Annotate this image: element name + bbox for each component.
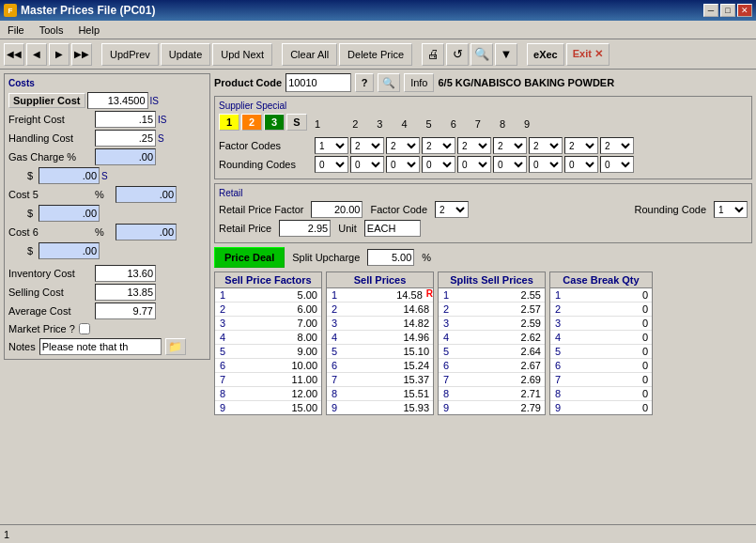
menu-file[interactable]: File <box>4 23 28 37</box>
exec-button[interactable]: eXec <box>527 43 564 66</box>
cost5-pct-input[interactable] <box>116 186 177 203</box>
supplier-cost-input[interactable] <box>87 92 148 109</box>
search-button[interactable]: 🔍 <box>471 43 493 66</box>
menu-tools[interactable]: Tools <box>36 23 68 37</box>
supplier-tab-2[interactable]: 2 <box>241 114 262 131</box>
gas-charge-pct-input[interactable] <box>95 148 156 165</box>
rounding-code-select[interactable]: 1 <box>714 201 748 218</box>
inventory-cost-input[interactable] <box>95 265 156 282</box>
nav-first-button[interactable]: ◀◀ <box>4 43 24 66</box>
supplier-cost-tag: IS <box>150 96 169 106</box>
rounding-code-7[interactable]: 0 <box>529 156 563 173</box>
rounding-code-5[interactable]: 0 <box>457 156 491 173</box>
sell-price-factors-table: Sell Price Factors 15.0026.0037.0048.005… <box>214 272 322 415</box>
market-price-checkbox[interactable] <box>79 323 90 334</box>
rounding-code-6[interactable]: 0 <box>493 156 527 173</box>
rounding-code-1[interactable]: 0 <box>315 156 348 173</box>
inventory-cost-label: Inventory Cost <box>8 268 93 279</box>
rounding-code-8[interactable]: 0 <box>564 156 598 173</box>
table-row: 40 <box>550 331 652 345</box>
minimize-button[interactable]: ─ <box>703 4 718 17</box>
notes-folder-button[interactable]: 📁 <box>165 338 186 355</box>
dropdown-button[interactable]: ▼ <box>495 43 517 66</box>
table-row: 915.93 <box>327 401 433 414</box>
factor-code-9[interactable]: 2 <box>600 137 634 154</box>
close-button[interactable]: ✕ <box>737 4 752 17</box>
table-row: 815.51 <box>327 387 433 401</box>
help-button[interactable]: ? <box>355 73 374 92</box>
factor-code-4[interactable]: 2 <box>422 137 455 154</box>
cost6-pct-input[interactable] <box>116 224 177 240</box>
handling-cost-input[interactable] <box>95 130 156 147</box>
handling-cost-label: Handling Cost <box>8 132 93 144</box>
undo-button[interactable]: ↺ <box>446 43 469 66</box>
factor-code-8[interactable]: 2 <box>564 137 598 154</box>
clear-all-button[interactable]: Clear All <box>282 43 337 66</box>
average-cost-input[interactable] <box>95 303 156 319</box>
cost6-dollar-input[interactable] <box>39 242 100 259</box>
table-row: 12.55 <box>439 288 545 303</box>
notes-label: Notes <box>8 341 36 352</box>
factor-code-2[interactable]: 2 <box>350 137 384 154</box>
splits-sell-prices-table: Splits Sell Prices 12.5522.5732.5942.625… <box>438 272 546 415</box>
cost5-row: Cost 5 % <box>8 186 206 203</box>
rounding-code-2[interactable]: 0 <box>350 156 384 173</box>
selling-cost-label: Selling Cost <box>8 287 93 298</box>
table-row: 48.00 <box>215 331 321 345</box>
supplier-tab-s[interactable]: S <box>286 114 307 131</box>
table-row: 80 <box>550 387 652 401</box>
nav-prev-button[interactable]: ◀ <box>26 43 47 66</box>
gas-charge-dollar-row: $ S <box>8 167 206 184</box>
rounding-code-9[interactable]: 0 <box>600 156 634 173</box>
exit-button[interactable]: Exit ✕ <box>566 43 609 66</box>
retail-price-factor-row: Retail Price Factor Factor Code 2 Roundi… <box>219 201 748 218</box>
split-upcharge-input[interactable] <box>367 249 414 266</box>
menu-help[interactable]: Help <box>74 23 103 37</box>
supplier-special-label: Supplier Special <box>219 101 748 111</box>
maximize-button[interactable]: □ <box>720 4 735 17</box>
nav-next-button[interactable]: ▶ <box>49 43 69 66</box>
notes-input[interactable] <box>39 338 162 355</box>
factor-code-3[interactable]: 2 <box>386 137 420 154</box>
cost5-dollar-input[interactable] <box>39 205 100 222</box>
table-row: 90 <box>550 401 652 414</box>
upd-prev-button[interactable]: UpdPrev <box>101 43 159 66</box>
retail-price-input[interactable] <box>279 220 331 237</box>
factor-code-5[interactable]: 2 <box>457 137 491 154</box>
rounding-code-4[interactable]: 0 <box>422 156 455 173</box>
retail-price-factor-input[interactable] <box>311 201 363 218</box>
factor-code-select[interactable]: 2 <box>435 201 469 218</box>
price-tables: Sell Price Factors 15.0026.0037.0048.005… <box>214 272 752 415</box>
price-deal-button[interactable]: Price Deal <box>214 247 285 268</box>
factor-code-1[interactable]: 1 <box>315 137 348 154</box>
gas-charge-dollar-input[interactable] <box>39 167 100 184</box>
table-row: 42.62 <box>439 331 545 345</box>
retail-group: Retail Retail Price Factor Factor Code 2… <box>214 183 752 243</box>
print-button[interactable]: 🖨 <box>422 43 444 66</box>
factor-code-6[interactable]: 2 <box>493 137 527 154</box>
unit-input[interactable] <box>364 220 421 237</box>
price-deal-row: Price Deal Split Upcharge % <box>214 247 752 268</box>
product-search-button[interactable]: 🔍 <box>378 73 400 92</box>
gas-charge-row: Gas Charge % <box>8 148 206 165</box>
update-button[interactable]: Update <box>161 43 210 66</box>
delete-price-button[interactable]: Delete Price <box>339 43 412 66</box>
sell-price-factors-header: Sell Price Factors <box>215 272 321 288</box>
table-row: 715.37 <box>327 373 433 387</box>
factor-code-7[interactable]: 2 <box>529 137 563 154</box>
supplier-tab-3[interactable]: 3 <box>264 114 285 131</box>
nav-last-button[interactable]: ▶▶ <box>71 43 92 66</box>
gas-charge-tag: S <box>101 171 120 181</box>
cost6-row: Cost 6 % <box>8 224 206 240</box>
toolbar: ◀◀ ◀ ▶ ▶▶ UpdPrev Update Upd Next Clear … <box>0 39 756 70</box>
info-button[interactable]: Info <box>404 73 434 92</box>
freight-cost-input[interactable] <box>95 111 156 128</box>
gas-charge-label: Gas Charge % <box>8 151 93 163</box>
supplier-tab-1[interactable]: 1 <box>219 114 239 131</box>
average-cost-label: Average Cost <box>8 305 93 317</box>
selling-cost-input[interactable] <box>95 284 156 301</box>
supplier-cost-button[interactable]: Supplier Cost <box>8 93 85 108</box>
rounding-code-3[interactable]: 0 <box>386 156 420 173</box>
upd-next-button[interactable]: Upd Next <box>212 43 272 66</box>
product-code-input[interactable] <box>285 73 351 92</box>
